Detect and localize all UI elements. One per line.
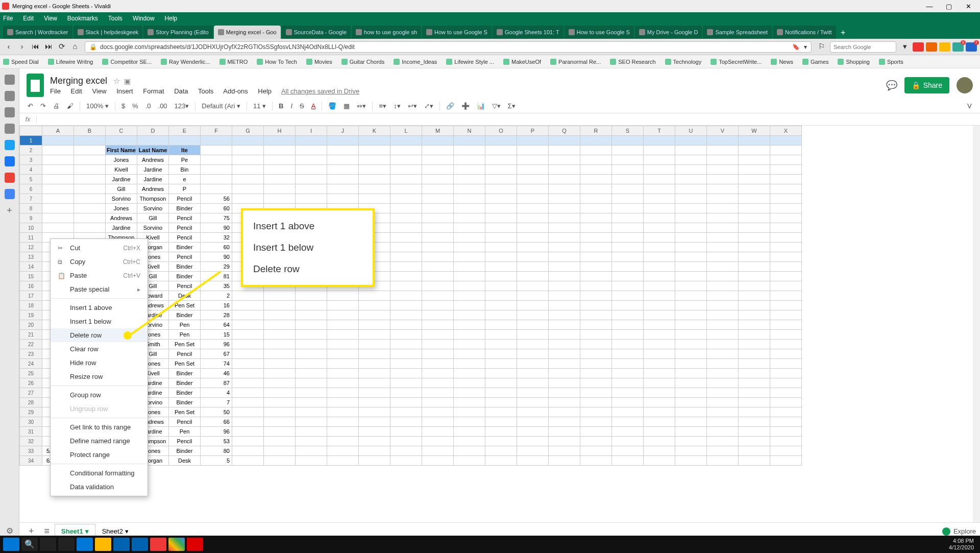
cell[interactable] <box>485 272 517 281</box>
cell[interactable] <box>232 155 264 165</box>
column-header[interactable]: A <box>42 126 74 136</box>
row-header[interactable]: 5 <box>20 175 42 184</box>
cell[interactable]: Binder <box>169 369 201 378</box>
move-folder-icon[interactable]: ▣ <box>124 77 131 85</box>
cell[interactable] <box>422 398 454 407</box>
cell[interactable] <box>422 407 454 417</box>
cell[interactable] <box>644 291 675 301</box>
cell[interactable]: Sorvino <box>137 204 169 213</box>
cell[interactable] <box>580 310 612 320</box>
cell[interactable] <box>770 427 802 437</box>
cell[interactable]: Jardine <box>106 223 137 233</box>
cell[interactable] <box>580 407 612 417</box>
cell[interactable] <box>770 233 802 243</box>
cell[interactable] <box>770 359 802 369</box>
cell[interactable]: Sorvino <box>106 194 137 204</box>
ctx-cut[interactable]: ✂CutCtrl+X <box>51 241 148 255</box>
column-header[interactable]: P <box>517 126 549 136</box>
bold-icon[interactable]: B <box>276 101 286 111</box>
cell[interactable] <box>549 204 580 213</box>
cell[interactable]: Sorvino <box>137 223 169 233</box>
cell[interactable] <box>517 340 549 349</box>
bookmark-item[interactable]: Speed Dial <box>3 59 39 65</box>
cell[interactable] <box>644 310 675 320</box>
cell[interactable] <box>422 175 454 184</box>
cell[interactable] <box>644 233 675 243</box>
cell[interactable] <box>327 427 359 437</box>
cell[interactable] <box>644 437 675 446</box>
cell[interactable] <box>770 204 802 213</box>
cell[interactable] <box>707 398 739 407</box>
cell[interactable] <box>232 369 264 378</box>
row-header[interactable]: 24 <box>20 359 42 369</box>
cell[interactable] <box>390 378 422 388</box>
cell[interactable] <box>390 213 422 223</box>
cell[interactable] <box>517 165 549 175</box>
cell[interactable] <box>454 359 485 369</box>
fill-color-icon[interactable]: 🪣 <box>325 101 339 111</box>
cell[interactable] <box>770 291 802 301</box>
cell[interactable] <box>454 427 485 437</box>
cell[interactable]: Pencil <box>169 213 201 223</box>
cell[interactable] <box>770 320 802 330</box>
cell[interactable] <box>580 320 612 330</box>
search-dropdown-icon[interactable]: ▾ <box>898 42 912 52</box>
cell[interactable] <box>707 272 739 281</box>
cell[interactable] <box>232 301 264 310</box>
cell[interactable] <box>549 310 580 320</box>
cell[interactable]: Pencil <box>169 194 201 204</box>
cell[interactable] <box>739 320 770 330</box>
cell[interactable]: Ite <box>169 146 201 155</box>
browser-tab[interactable]: How to use Google S <box>565 26 634 39</box>
cell[interactable] <box>359 417 390 427</box>
cell[interactable] <box>296 165 327 175</box>
ext-icon-4[interactable]: 5 <box>952 42 964 52</box>
cell[interactable] <box>644 330 675 340</box>
cell[interactable] <box>739 136 770 146</box>
cell[interactable] <box>549 437 580 446</box>
cell[interactable] <box>707 301 739 310</box>
cell[interactable]: 50 <box>201 407 232 417</box>
ctx-cond-formatting[interactable]: Conditional formatting <box>51 466 148 480</box>
cell[interactable]: 16 <box>201 301 232 310</box>
percent-icon[interactable]: % <box>129 101 141 111</box>
cell[interactable] <box>739 388 770 398</box>
cell[interactable] <box>359 194 390 204</box>
cell[interactable] <box>612 204 644 213</box>
cell[interactable]: Jardine <box>137 175 169 184</box>
panel-gmail-icon[interactable] <box>5 173 15 183</box>
cell[interactable] <box>770 340 802 349</box>
cell[interactable]: Gill <box>137 213 169 223</box>
cell[interactable] <box>327 417 359 427</box>
cell[interactable] <box>485 184 517 194</box>
panel-download-icon[interactable] <box>5 91 15 101</box>
star-icon[interactable]: ☆ <box>113 77 120 86</box>
cell[interactable] <box>296 398 327 407</box>
cell[interactable]: Pencil <box>169 437 201 446</box>
cell[interactable] <box>422 456 454 466</box>
cell[interactable] <box>74 155 106 165</box>
ctx-clear-row[interactable]: Clear row <box>51 342 148 356</box>
cell[interactable] <box>264 388 296 398</box>
cell[interactable] <box>327 437 359 446</box>
cell[interactable] <box>359 446 390 456</box>
cell[interactable] <box>739 340 770 349</box>
cell[interactable] <box>390 175 422 184</box>
cell[interactable] <box>454 272 485 281</box>
cell[interactable] <box>612 175 644 184</box>
cell[interactable] <box>517 213 549 223</box>
cell[interactable] <box>454 437 485 446</box>
row-header[interactable]: 10 <box>20 223 42 233</box>
cell[interactable] <box>707 175 739 184</box>
cell[interactable] <box>264 175 296 184</box>
cell[interactable] <box>770 330 802 340</box>
cell[interactable] <box>707 349 739 359</box>
column-header[interactable]: L <box>390 126 422 136</box>
cell[interactable] <box>422 262 454 272</box>
cell[interactable] <box>201 136 232 146</box>
cell[interactable] <box>707 155 739 165</box>
cell[interactable] <box>517 204 549 213</box>
cell[interactable] <box>201 146 232 155</box>
cell[interactable] <box>422 291 454 301</box>
cell[interactable] <box>454 165 485 175</box>
